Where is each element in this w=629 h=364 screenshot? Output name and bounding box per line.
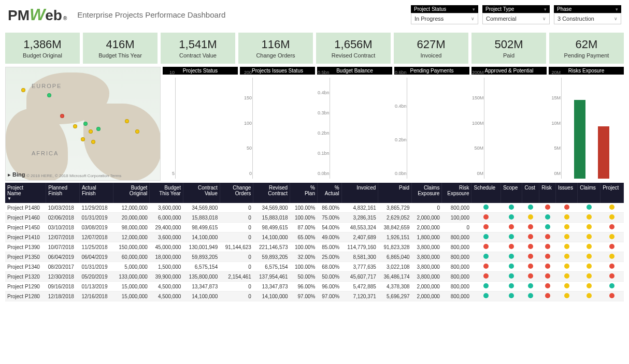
filter-select-0[interactable]: In Progress∨ [411,13,478,24]
chart-3[interactable]: Pending Payments0.0bn0.2bn0.4bn0.6bn [394,67,469,181]
col-header-8[interactable]: %Plan [290,183,318,203]
map-label-europe: EUROPE [32,83,62,89]
map[interactable]: EUROPE AFRICA ▸ Bing © 2018 HERE, © 2018… [5,67,161,181]
col-header-11[interactable]: Paid [378,183,412,203]
filter-label-2: Phase▾ [554,5,621,13]
col-header-2[interactable]: ActualFinish [79,183,113,203]
map-copyright: © 2018 HERE, © 2018 Microsoft Corporatio… [26,173,121,178]
table-row[interactable]: Project P135006/04/201906/04/201960,000,… [5,252,624,262]
col-header-9[interactable]: %Actual [317,183,341,203]
filter-select-1[interactable]: Commercial∨ [482,13,550,24]
map-bing-logo: ▸ Bing [8,171,25,178]
kpi-card-6: 502MPaid [471,33,546,64]
col-header-4[interactable]: BudgetThis Year [150,183,183,203]
col-header-12[interactable]: ClaimsExposure [412,183,442,203]
col-header-20[interactable]: Project [601,183,624,203]
chart-0[interactable]: Projects Status5101103 [163,67,238,181]
kpi-card-1: 416MBudget This Year [83,33,158,64]
col-header-3[interactable]: BudgetOriginal [113,183,150,203]
col-header-5[interactable]: ContractValue [183,183,220,203]
col-header-1[interactable]: PlannedFinish [46,183,80,203]
table-row[interactable]: Project P128012/18/201812/16/201815,000,… [5,292,624,301]
projects-table[interactable]: ProjectName▼PlannedFinishActualFinishBud… [5,183,624,301]
filter-label-1: Project Type▾ [482,5,550,13]
table-row[interactable]: Project P148010/03/201811/29/201812,000,… [5,203,624,213]
table-row[interactable]: Project P141012/07/201812/07/201812,000,… [5,232,624,242]
page-title: Enterprise Projects Performace Dashboard [77,10,225,19]
col-header-0[interactable]: ProjectName▼ [5,183,46,203]
col-header-17[interactable]: Risk [539,183,556,203]
chart-4[interactable]: Approved & Potential0M50M100M150M200M [471,67,547,181]
kpi-card-0: 1,386MBudget Original [5,33,80,64]
col-header-19[interactable]: Claims [578,183,601,203]
kpi-card-2: 1,541MContract Value [161,33,235,64]
filter-label-0: Project Status▾ [411,5,478,13]
col-header-14[interactable]: Schedule [471,183,501,203]
col-header-7[interactable]: RevisedContract [253,183,290,203]
table-row[interactable]: Project P134008/20/201701/31/20195,000,0… [5,262,624,272]
col-header-13[interactable]: RiskExpsoure [442,183,471,203]
col-header-10[interactable]: Invoiced [341,183,378,203]
map-label-africa: AFRICA [32,150,59,156]
table-row[interactable]: Project P145003/10/201803/08/201998,000,… [5,223,624,232]
col-header-6[interactable]: ChangeOrders [220,183,253,203]
table-row[interactable]: Project P129009/16/201801/13/201915,000,… [5,282,624,292]
kpi-card-5: 627MInvoiced [394,33,468,64]
col-header-15[interactable]: Scope [501,183,522,203]
kpi-card-3: 116MChange Orders [238,33,313,64]
kpi-card-4: 1,656MRevised Contract [316,33,391,64]
chart-2[interactable]: Budget Balance0.0bn0.1bn0.2bn0.3bn0.4bn0… [317,67,392,181]
chart-5[interactable]: Risks Exposure0M5M10M15M20M [549,67,624,181]
col-header-16[interactable]: Cost [522,183,539,203]
filter-select-2[interactable]: 3 Construction∨ [554,13,621,24]
col-header-18[interactable]: Issues [556,183,578,203]
table-row[interactable]: Project P139010/07/201811/25/2018150,000… [5,242,624,252]
table-row[interactable]: Project P132012/30/201805/20/2019133,000… [5,272,624,282]
kpi-card-7: 62MPending Payment [549,33,624,64]
table-row[interactable]: Project P146002/06/201801/31/201920,000,… [5,213,624,223]
chart-1[interactable]: Projects Issues Status05010015020010350 [240,67,315,181]
logo: PMWeb® [8,5,67,24]
